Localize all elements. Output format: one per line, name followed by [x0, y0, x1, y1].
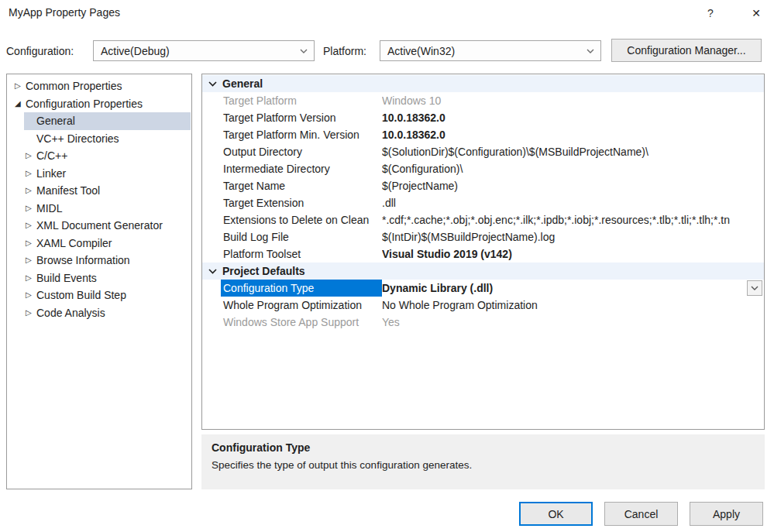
property-label: Target Platform: [202, 94, 382, 107]
apply-button[interactable]: Apply: [690, 502, 763, 526]
platform-dropdown[interactable]: Active(Win32): [380, 40, 601, 61]
tree-item-label: Manifest Tool: [36, 184, 100, 197]
sidebar-item-general[interactable]: General: [7, 112, 191, 130]
tree-item-label: C/C++: [36, 149, 67, 162]
sidebar-item-xml-document-generator[interactable]: ▷ XML Document Generator: [7, 217, 191, 235]
tree-item-label: General: [36, 115, 75, 127]
property-row-target-platform-min-version[interactable]: Target Platform Min. Version 10.0.18362.…: [202, 126, 764, 143]
property-tree: ▷ Common Properties ◢ Configuration Prop…: [6, 74, 192, 489]
tree-item-label: MIDL: [36, 202, 62, 215]
tree-item-label: XML Document Generator: [36, 219, 163, 232]
property-label: Target Platform Min. Version: [202, 129, 382, 141]
property-row-configuration-type[interactable]: Configuration Type Dynamic Library (.dll…: [202, 280, 764, 297]
sidebar-item-linker[interactable]: ▷ Linker: [7, 165, 191, 183]
chevron-down-icon[interactable]: [208, 269, 217, 274]
property-value: Yes: [382, 316, 764, 328]
property-value[interactable]: $(SolutionDir)$(Configuration)\$(MSBuild…: [382, 146, 764, 158]
property-value[interactable]: 10.0.18362.0: [382, 129, 764, 141]
property-value[interactable]: $(ProjectName): [382, 180, 764, 192]
property-label: Output Directory: [202, 146, 382, 158]
property-label: Configuration Type: [202, 280, 382, 297]
sidebar-item-browse-information[interactable]: ▷ Browse Information: [7, 252, 191, 269]
tree-item-label: Custom Build Step: [36, 289, 126, 301]
close-icon[interactable]: ✕: [746, 4, 766, 22]
tree-item-label: Browse Information: [36, 254, 130, 266]
property-value[interactable]: No Whole Program Optimization: [382, 299, 764, 311]
property-pages-dialog: MyApp Property Pages ? ✕ Configuration: …: [0, 0, 774, 532]
property-value[interactable]: Dynamic Library (.dll): [382, 282, 764, 294]
property-grid: General Target Platform Windows 10 Targe…: [201, 74, 765, 430]
section-header-project-defaults[interactable]: Project Defaults: [202, 263, 764, 280]
configuration-manager-button[interactable]: Configuration Manager...: [611, 39, 762, 62]
property-row-whole-program-optimization[interactable]: Whole Program Optimization No Whole Prog…: [202, 297, 764, 314]
property-row-windows-store-app-support[interactable]: Windows Store App Support Yes: [202, 314, 764, 331]
section-header-general[interactable]: General: [202, 75, 764, 92]
sidebar-item-code-analysis[interactable]: ▷ Code Analysis: [7, 304, 191, 322]
property-row-target-platform[interactable]: Target Platform Windows 10: [202, 92, 764, 109]
value-dropdown-button[interactable]: [747, 280, 762, 296]
expander-collapsed-icon[interactable]: ▷: [26, 187, 36, 194]
expander-collapsed-icon[interactable]: ▷: [26, 291, 36, 299]
property-row-intermediate-directory[interactable]: Intermediate Directory $(Configuration)\: [202, 160, 764, 177]
property-value[interactable]: Visual Studio 2019 (v142): [382, 248, 764, 260]
titlebar: MyApp Property Pages ? ✕: [0, 0, 774, 26]
tree-item-label: Common Properties: [26, 80, 122, 92]
property-label: Extensions to Delete on Clean: [202, 214, 382, 226]
expander-collapsed-icon[interactable]: ▷: [26, 204, 36, 212]
expander-collapsed-icon[interactable]: ▷: [15, 82, 26, 90]
section-title: General: [222, 77, 263, 90]
property-label: Whole Program Optimization: [202, 299, 382, 311]
tree-item-label: Configuration Properties: [26, 98, 143, 110]
help-icon[interactable]: ?: [701, 4, 720, 22]
property-row-output-directory[interactable]: Output Directory $(SolutionDir)$(Configu…: [202, 143, 764, 160]
expander-collapsed-icon[interactable]: ▷: [26, 309, 36, 317]
chevron-down-icon: [587, 49, 594, 53]
property-row-target-name[interactable]: Target Name $(ProjectName): [202, 177, 764, 194]
property-row-target-platform-version[interactable]: Target Platform Version 10.0.18362.0: [202, 109, 764, 126]
property-row-extensions-to-delete-on-clean[interactable]: Extensions to Delete on Clean *.cdf;*.ca…: [202, 211, 764, 228]
expander-collapsed-icon[interactable]: ▷: [26, 256, 36, 264]
property-label: Windows Store App Support: [202, 316, 382, 328]
expander-collapsed-icon[interactable]: ▷: [26, 239, 36, 247]
sidebar-item-xaml-compiler[interactable]: ▷ XAML Compiler: [7, 235, 191, 252]
ok-button[interactable]: OK: [519, 502, 593, 526]
tree-item-label: Code Analysis: [36, 307, 105, 319]
expander-collapsed-icon[interactable]: ▷: [26, 221, 36, 229]
expander-collapsed-icon[interactable]: ▷: [26, 152, 36, 160]
expander-collapsed-icon[interactable]: ▷: [26, 170, 36, 177]
property-value: Windows 10: [382, 94, 764, 107]
sidebar-item-c-cpp[interactable]: ▷ C/C++: [7, 147, 191, 165]
property-label: Target Platform Version: [202, 112, 382, 124]
property-row-platform-toolset[interactable]: Platform Toolset Visual Studio 2019 (v14…: [202, 245, 764, 263]
configuration-dropdown-value: Active(Debug): [101, 45, 170, 57]
property-row-target-extension[interactable]: Target Extension .dll: [202, 194, 764, 211]
sidebar-item-custom-build-step[interactable]: ▷ Custom Build Step: [7, 287, 191, 304]
tree-item-label: Build Events: [36, 272, 97, 284]
expander-expanded-icon[interactable]: ◢: [15, 100, 26, 108]
sidebar-item-manifest-tool[interactable]: ▷ Manifest Tool: [7, 182, 191, 200]
property-value[interactable]: 10.0.18362.0: [382, 112, 764, 124]
property-row-build-log-file[interactable]: Build Log File $(IntDir)$(MSBuildProject…: [202, 228, 764, 245]
platform-dropdown-value: Active(Win32): [387, 45, 455, 57]
cancel-button[interactable]: Cancel: [604, 502, 678, 526]
property-value[interactable]: .dll: [382, 197, 764, 209]
sidebar-item-common-properties[interactable]: ▷ Common Properties: [7, 77, 191, 95]
sidebar-item-build-events[interactable]: ▷ Build Events: [7, 269, 191, 287]
window-title: MyApp Property Pages: [9, 6, 120, 19]
property-value[interactable]: $(Configuration)\: [382, 163, 764, 175]
property-label: Platform Toolset: [202, 248, 382, 260]
configuration-dropdown[interactable]: Active(Debug): [93, 40, 315, 61]
property-value[interactable]: *.cdf;*.cache;*.obj;*.obj.enc;*.ilk;*.ip…: [382, 214, 764, 226]
property-label: Build Log File: [202, 231, 382, 243]
sidebar-item-midl[interactable]: ▷ MIDL: [7, 200, 191, 218]
configuration-label: Configuration:: [6, 45, 74, 57]
description-title: Configuration Type: [212, 441, 755, 454]
property-label: Intermediate Directory: [202, 163, 382, 175]
property-value[interactable]: $(IntDir)$(MSBuildProjectName).log: [382, 231, 764, 243]
expander-collapsed-icon[interactable]: ▷: [26, 274, 36, 282]
tree-item-label: VC++ Directories: [36, 132, 119, 145]
sidebar-item-configuration-properties[interactable]: ◢ Configuration Properties: [7, 95, 191, 113]
sidebar-item-vcpp-directories[interactable]: VC++ Directories: [7, 130, 191, 148]
chevron-down-icon[interactable]: [208, 81, 217, 87]
property-label: Target Name: [202, 180, 382, 192]
